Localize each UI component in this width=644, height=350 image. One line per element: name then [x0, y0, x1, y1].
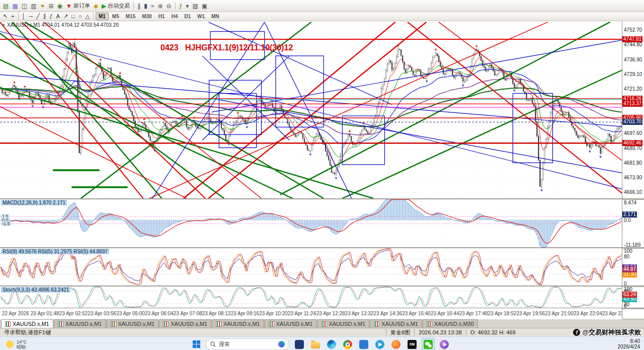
- vertical-line-icon[interactable]: │: [21, 12, 27, 21]
- fibonacci-icon[interactable]: ƒ: [48, 12, 54, 21]
- horizontal-line-icon[interactable]: ─: [28, 12, 35, 21]
- templates-icon[interactable]: ▨: [191, 2, 199, 11]
- macd-panel[interactable]: MACD(12,26,9) 1.870 2.1711.50.0-1.5: [0, 199, 622, 247]
- cursor-icon[interactable]: ↖: [2, 12, 9, 21]
- strategy-tester-icon[interactable]: ◉: [56, 2, 64, 11]
- data-window-icon[interactable]: ▥: [29, 2, 38, 11]
- time-axis-label: 23 Apr 13:32: [345, 311, 374, 316]
- channel-icon-glyph: ∥: [43, 14, 46, 19]
- wechat-icon[interactable]: [422, 338, 435, 350]
- tile-windows-icon[interactable]: ▣: [200, 2, 209, 11]
- clock-time: 8:40: [618, 338, 640, 344]
- profiles-icon-glyph: ▦: [12, 3, 18, 9]
- timeframe-m1[interactable]: M1: [96, 13, 109, 20]
- office-app-icon[interactable]: [357, 338, 370, 350]
- rectangle-icon[interactable]: □: [70, 12, 76, 21]
- periods-dropdown[interactable]: ▾: [184, 2, 190, 11]
- ellipse-icon[interactable]: ○: [77, 12, 84, 21]
- line-chart-icon[interactable]: ≈: [149, 2, 156, 11]
- timeframe-m15[interactable]: M15: [123, 13, 138, 20]
- timeframe-m5[interactable]: M5: [109, 13, 122, 20]
- candle-chart-icon[interactable]: ▮: [142, 2, 149, 11]
- navigator-icon[interactable]: ✦: [38, 2, 46, 11]
- bar-chart-icon[interactable]: ∥: [136, 2, 142, 11]
- file-explorer-icon[interactable]: [309, 338, 322, 350]
- timeframe-h1[interactable]: H1: [155, 13, 168, 20]
- macd-label[interactable]: MACD(12,26,9) 1.870 2.171: [1, 200, 67, 205]
- status-profile[interactable]: 黄金8图: [386, 329, 415, 336]
- triangle-icon[interactable]: △: [84, 12, 91, 21]
- time-axis-label: 23 Apr 21:00: [545, 311, 574, 316]
- scale-separator: [622, 247, 644, 249]
- collapse-arrow-icon[interactable]: ▼: [2, 23, 6, 28]
- axis-price-box: 4713.37: [622, 101, 642, 107]
- weather-widget[interactable]: 14°C 晴朗: [0, 337, 33, 350]
- timeframe-m30[interactable]: M30: [139, 13, 154, 20]
- chrome-browser-icon[interactable]: [341, 338, 354, 350]
- macd-level-label: -1.5: [1, 221, 11, 226]
- chart-tab-label: XAUUSD.s,M30: [434, 321, 474, 327]
- profiles-icon[interactable]: ▦: [11, 2, 19, 11]
- timeframe-d1[interactable]: D1: [181, 13, 194, 20]
- market-watch-icon[interactable]: ◫: [20, 2, 29, 11]
- status-help-text: 寻求帮助,请按F1键: [0, 329, 386, 336]
- channel-icon[interactable]: ∥: [42, 12, 48, 21]
- main-chart-panel[interactable]: 0423 HJHGFX1.1(9)12/11.10(30)12▼XAUUSD.s…: [0, 21, 622, 198]
- text-label-icon-glyph: A: [56, 14, 60, 19]
- chart-tab[interactable]: XAUUSD.s,M1: [317, 319, 370, 328]
- bar-chart-icon-glyph: ∥: [137, 3, 140, 9]
- axis-price-box: 4692.46: [622, 140, 642, 146]
- toolbar-separator: [175, 2, 176, 10]
- scale-separator: [622, 198, 644, 200]
- app-orange-icon[interactable]: [389, 338, 403, 350]
- taskbar: 14°C 晴朗 搜索 XM 8:40 202: [0, 336, 644, 350]
- zoom-out-icon[interactable]: ⊖: [165, 2, 173, 11]
- timeframe-w1[interactable]: W1: [194, 13, 208, 20]
- stochastic-label[interactable]: Stoch(9,3,3) 43.4996 63.2421: [1, 287, 70, 293]
- edge-browser-icon[interactable]: [325, 338, 338, 350]
- price-scale[interactable]: 4752.704744.804736.904729.104721.204697.…: [622, 21, 644, 319]
- chart-tab[interactable]: XAUUSD.s,M1: [159, 319, 211, 328]
- chart-tab[interactable]: XAUUSD.s,M30: [423, 319, 478, 328]
- rsi-panel[interactable]: RSI(9) 49.5676 RSI(5) 31.2975 RSI(5) 44.…: [0, 248, 622, 286]
- time-axis[interactable]: 22 Apr 202623 Apr 01:4823 Apr 02:5223 Ap…: [0, 308, 622, 319]
- clock-date: 2026/4/24: [618, 344, 640, 349]
- chart-tab[interactable]: XAUUSD.s,M1: [265, 319, 317, 328]
- chart-tab[interactable]: XAUUSD.s,M1: [107, 319, 159, 328]
- chart-symbol-ohlc-label: ▼XAUUSD.s,M1 4704.01 4704.12 4703.54 470…: [2, 22, 119, 28]
- chart-tab-label: XAUUSD.s,M1: [65, 321, 102, 327]
- axis-price-box: 4703.70: [622, 119, 642, 125]
- timeframe-mn[interactable]: MN: [208, 13, 222, 20]
- stochastic-panel[interactable]: Stoch(9,3,3) 43.4996 63.2421: [0, 287, 622, 308]
- media-player-icon[interactable]: [438, 338, 451, 350]
- search-input[interactable]: 搜索: [206, 338, 289, 350]
- zoom-in-icon[interactable]: ⊕: [156, 2, 165, 11]
- start-button[interactable]: [190, 338, 202, 350]
- rsi-label[interactable]: RSI(9) 49.5676 RSI(5) 31.2975 RSI(5) 44.…: [1, 249, 109, 254]
- new-order-button[interactable]: ▼新订单: [64, 2, 92, 11]
- text-label-icon[interactable]: A: [55, 12, 61, 21]
- chart-tab-label: XAUUSD.s,M1: [13, 321, 49, 327]
- chart-tab[interactable]: XAUUSD.s,M1: [212, 319, 264, 328]
- xm-app-icon[interactable]: XM: [406, 338, 419, 350]
- taskview-app-icon[interactable]: [293, 338, 306, 350]
- terminal-icon[interactable]: ⊞: [47, 2, 55, 11]
- chart-tab[interactable]: XAUUSD.s,M1: [370, 319, 422, 328]
- taskbar-clock[interactable]: 8:40 2026/4/24: [618, 338, 640, 349]
- chart-tab[interactable]: XAUUSD.s,M1: [54, 319, 106, 328]
- trendline-icon-glyph: ╱: [36, 14, 40, 19]
- metaeditor-icon[interactable]: ◆: [92, 2, 100, 11]
- new-chart-icon[interactable]: ▤: [2, 2, 10, 11]
- time-axis-label: 23 Apr 08:12: [202, 311, 231, 316]
- search-icon: [210, 341, 216, 347]
- media-player-icon-glyph: [440, 340, 449, 349]
- indicators-add-icon[interactable]: ƒ: [178, 2, 184, 11]
- chart-tab[interactable]: XAUUSD.s,M1: [1, 319, 53, 328]
- crosshair-icon[interactable]: +: [10, 12, 16, 21]
- trendline-icon[interactable]: ╱: [35, 12, 41, 21]
- timeframe-h4[interactable]: H4: [168, 13, 181, 20]
- arrows-icon[interactable]: ↗: [62, 12, 69, 21]
- telegram-icon[interactable]: [373, 338, 386, 350]
- autotrading-button-glyph: ▶: [102, 3, 106, 9]
- autotrading-button[interactable]: ▶自动交易: [100, 2, 131, 11]
